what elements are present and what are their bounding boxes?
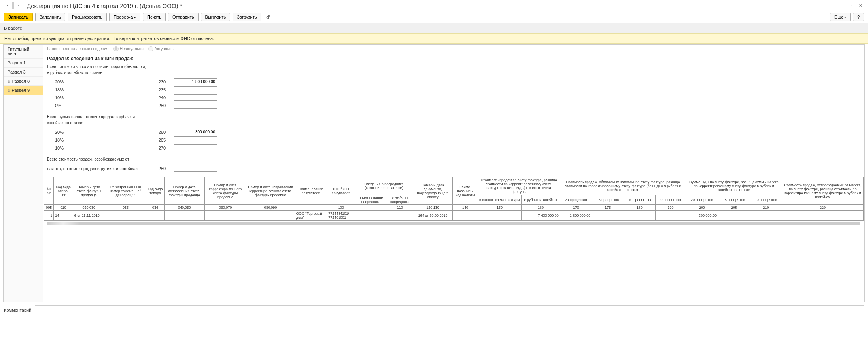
paperclip-icon <box>266 15 270 19</box>
desc-tax-b: копейках по ставке: <box>43 120 864 126</box>
tax-20-value[interactable] <box>174 129 217 135</box>
code-c7: 060;070 <box>204 205 246 211</box>
cell-sf: 6 от 15.11.2019 <box>73 211 105 221</box>
back-button[interactable]: ← <box>4 2 13 9</box>
th-agent-inn: ИНН/КПП посредника <box>387 195 413 205</box>
desc-tax: Всего сумма налога по книге продаж в руб… <box>43 114 864 120</box>
th-goods: Код вида товара <box>146 177 165 205</box>
forward-button[interactable]: → <box>13 2 22 9</box>
th-s18: 18 процентов <box>592 195 624 205</box>
more-button[interactable]: Еще <box>830 13 851 21</box>
rate-10-code: 240 <box>150 95 166 100</box>
sales-table[interactable]: № п/п Код вида опера-ции Номер и дата сч… <box>44 177 864 221</box>
horizontal-scrollbar[interactable] <box>47 222 860 225</box>
code-c2: 010 <box>54 205 73 211</box>
radio-not-actual[interactable]: Неактуальны <box>113 46 144 51</box>
record-button[interactable]: Записать <box>4 13 33 21</box>
cell-op: 14 <box>54 211 73 221</box>
th-corr1: Номер и дата исправления счета-фактуры п… <box>164 177 204 205</box>
prior-label: Ранее представленные сведения: <box>47 47 110 51</box>
tax-10-code: 270 <box>150 146 166 150</box>
code-c12: 120;130 <box>413 205 453 211</box>
desc-sales-b: в рублях и копейках по ставке: <box>43 70 864 76</box>
code-c3: 020;030 <box>73 205 105 211</box>
th-s10: 10 процентов <box>624 195 655 205</box>
cell-doc: 164 от 30.09.2019 <box>413 211 453 221</box>
fill-button[interactable]: Заполнить <box>35 13 65 21</box>
th-agent: Сведения о посреднике (комиссионере, аге… <box>355 177 413 195</box>
sidebar-item-section8[interactable]: Раздел 8 <box>4 77 43 86</box>
code-c4: 035 <box>105 205 146 211</box>
close-icon[interactable]: ✕ <box>857 2 864 9</box>
info-message: Нет ошибок, препятствующих отправке декл… <box>0 33 868 44</box>
section-title: Раздел 9: сведения из книги продаж <box>43 53 864 64</box>
tax-10-value[interactable] <box>174 144 217 151</box>
rate-20-code: 230 <box>150 80 166 84</box>
th-n10: 10 процентов <box>750 195 782 205</box>
th-sum-rub: в рублях и копейках <box>522 195 560 205</box>
code-c16b: 205 <box>718 205 750 211</box>
th-vat: Сумма НДС по счету-фактуре, разница сумм… <box>686 177 782 195</box>
sidebar-item-section9[interactable]: Раздел 9 <box>4 86 43 95</box>
code-c10: 100 <box>327 205 355 211</box>
code-c15b: 175 <box>592 205 624 211</box>
attach-button[interactable] <box>264 13 272 21</box>
th-inn: ИНН/КПП покупателя <box>327 177 355 205</box>
th-cur: Наиме-нование и код валюты <box>453 177 478 205</box>
rate-20-value[interactable] <box>174 78 217 85</box>
rate-10-value[interactable] <box>174 94 217 101</box>
code-c15a: 170 <box>560 205 592 211</box>
code-c1: 005 <box>44 205 54 211</box>
tax-20-code: 260 <box>150 130 166 134</box>
rate-0-value[interactable] <box>174 102 217 109</box>
cell-sum-rub: 7 400 000,00 <box>522 211 560 221</box>
sidebar: Титульный лист Раздел 1 Раздел 3 Раздел … <box>4 45 43 302</box>
desc-sales: Всего стоимость продаж по книге продаж (… <box>43 64 864 70</box>
exempt-value[interactable] <box>174 165 217 172</box>
th-sf: Номер и дата счета-фактуры продавца <box>73 177 105 205</box>
rate-18-code: 235 <box>150 87 166 92</box>
rate-0-label: 0% <box>47 103 150 108</box>
table-row[interactable]: 1 14 6 от 15.11.2019 ООО "Торговый дом" … <box>44 211 864 221</box>
code-c13: 140 <box>453 205 478 211</box>
rate-0-code: 250 <box>150 103 166 108</box>
status-link[interactable]: В работе <box>4 26 22 30</box>
sidebar-item-title[interactable]: Титульный лист <box>4 45 43 59</box>
code-c15d: 190 <box>655 205 686 211</box>
print-button[interactable]: Печать <box>143 13 166 21</box>
rate-18-value[interactable] <box>174 86 217 93</box>
th-corr2: Номер и дата корректиро-вочного счета-фа… <box>204 177 246 205</box>
tax-18-label: 18% <box>47 138 150 142</box>
radio-actual[interactable]: Актуальны <box>148 46 174 51</box>
cell-n: 1 <box>44 211 54 221</box>
th-op: Код вида опера-ции <box>54 177 73 205</box>
sidebar-item-section3[interactable]: Раздел 3 <box>4 68 43 77</box>
upload-button[interactable]: Выгрузить <box>201 13 231 21</box>
th-n20: 20 процентов <box>686 195 718 205</box>
sidebar-item-section1[interactable]: Раздел 1 <box>4 59 43 68</box>
th-reg: Регистрацион-ный номер таможенной деклар… <box>105 177 146 205</box>
rate-18-label: 18% <box>47 87 150 92</box>
decode-button[interactable]: Расшифровать <box>68 13 107 21</box>
th-doc: Номер и дата документа, подтвержда-ющего… <box>413 177 453 205</box>
check-button[interactable]: Проверка <box>109 13 140 21</box>
th-sum: Стоимость продаж по счету-фактуре, разни… <box>478 177 560 195</box>
th-s20: 20 процентов <box>560 195 592 205</box>
code-c14a: 150 <box>478 205 521 211</box>
help-button[interactable]: ? <box>853 13 864 21</box>
th-n18: 18 процентов <box>718 195 750 205</box>
comment-input[interactable] <box>35 305 864 314</box>
code-c17: 220 <box>782 205 863 211</box>
rate-20-label: 20% <box>47 80 150 84</box>
th-exempt: Стоимость продаж, освобождаемых от налог… <box>782 177 863 205</box>
load-button[interactable]: Загрузить <box>233 13 261 21</box>
code-c16a: 200 <box>686 205 718 211</box>
kebab-icon[interactable]: ⋮ <box>847 2 855 9</box>
cell-s20: 1 800 000,00 <box>560 211 592 221</box>
rate-10-label: 10% <box>47 95 150 100</box>
th-taxable: Стоимость продаж, облагаемых налогом, по… <box>560 177 686 195</box>
code-c15c: 180 <box>624 205 655 211</box>
desc-exempt-b: налога, по книге продаж в рублях и копей… <box>47 166 150 171</box>
send-button[interactable]: Отправить <box>168 13 199 21</box>
tax-18-value[interactable] <box>174 136 217 143</box>
